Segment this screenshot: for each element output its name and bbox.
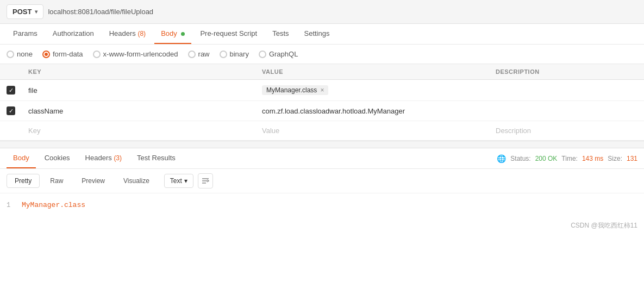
- code-value-1: MyManager.class: [22, 201, 85, 209]
- row1-check-cell: ✓: [0, 80, 22, 101]
- size-label: Size:: [608, 155, 622, 162]
- row1-checkbox[interactable]: ✓: [7, 86, 15, 95]
- tab-body[interactable]: Body: [154, 24, 191, 44]
- footer-brand: CSDN @我吃西红柿11: [0, 217, 644, 235]
- resp-headers-badge: (3): [114, 154, 122, 162]
- row1-value-cell: MyManager.class ×: [255, 80, 489, 101]
- row2-value-cell[interactable]: com.zf.load.classloadwar.hotload.MyManag…: [255, 101, 489, 121]
- response-status-area: 🌐 Status: 200 OK Time: 143 ms Size: 131: [497, 154, 637, 163]
- col-key-header: KEY: [22, 64, 255, 80]
- radio-circle-form-data: [42, 51, 50, 58]
- code-line-1: 1 MyManager.class: [0, 200, 644, 210]
- method-select[interactable]: POST ▾: [7, 4, 43, 19]
- body-active-dot: [181, 32, 185, 36]
- empty-desc-cell[interactable]: Description: [489, 121, 644, 141]
- resp-tab-body[interactable]: Body: [7, 148, 36, 168]
- params-table: KEY VALUE DESCRIPTION ✓ file MyManager.c…: [0, 64, 644, 141]
- headers-badge: (8): [137, 30, 146, 37]
- resp-tab-testresults[interactable]: Test Results: [130, 148, 182, 168]
- response-tabs-row: Body Cookies Headers (3) Test Results 🌐 …: [0, 148, 644, 169]
- resp-tab-cookies[interactable]: Cookies: [38, 148, 77, 168]
- text-type-dropdown[interactable]: Text ▾: [164, 174, 193, 188]
- globe-icon: 🌐: [497, 154, 506, 163]
- radio-circle-graphql: [259, 51, 266, 58]
- radio-circle-urlencoded: [93, 51, 101, 58]
- col-check-header: [0, 64, 22, 80]
- resp-tab-headers[interactable]: Headers (3): [79, 148, 128, 168]
- radio-circle-raw: [188, 51, 196, 58]
- method-chevron: ▾: [35, 9, 37, 15]
- status-value: 200 OK: [535, 155, 558, 162]
- empty-check-cell: [0, 121, 22, 141]
- col-desc-header: DESCRIPTION: [489, 64, 644, 80]
- row2-key-cell[interactable]: className: [22, 101, 255, 121]
- format-btn-pretty[interactable]: Pretty: [7, 174, 40, 188]
- file-tag: MyManager.class ×: [262, 85, 328, 95]
- radio-none[interactable]: none: [7, 50, 33, 58]
- row2-desc-cell[interactable]: [489, 101, 644, 121]
- body-type-row: none form-data x-www-form-urlencoded raw…: [0, 45, 644, 64]
- format-bar: Pretty Raw Preview Visualize Text ▾: [0, 169, 644, 193]
- table-row: ✓ className com.zf.load.classloadwar.hot…: [0, 101, 644, 121]
- row1-key-cell[interactable]: file: [22, 80, 255, 101]
- format-btn-raw[interactable]: Raw: [42, 174, 71, 188]
- status-label: Status:: [510, 155, 530, 162]
- wrap-button[interactable]: [198, 173, 213, 188]
- table-row: ✓ file MyManager.class ×: [0, 80, 644, 101]
- radio-circle-binary: [220, 51, 227, 58]
- text-dropdown-chevron: ▾: [184, 177, 187, 185]
- section-divider: [0, 141, 644, 148]
- size-value: 131: [627, 155, 637, 162]
- table-empty-row: Key Value Description: [0, 121, 644, 141]
- row2-check-cell: ✓: [0, 101, 22, 121]
- time-label: Time:: [561, 155, 578, 162]
- code-area: 1 MyManager.class: [0, 193, 644, 217]
- tab-tests[interactable]: Tests: [266, 24, 295, 44]
- empty-key-cell[interactable]: Key: [22, 121, 255, 141]
- radio-raw[interactable]: raw: [188, 50, 210, 58]
- tab-params[interactable]: Params: [7, 24, 44, 44]
- table-header-row: KEY VALUE DESCRIPTION: [0, 64, 644, 80]
- tab-prerequest[interactable]: Pre-request Script: [193, 24, 264, 44]
- format-btn-visualize[interactable]: Visualize: [115, 174, 158, 188]
- row2-checkbox[interactable]: ✓: [7, 106, 15, 115]
- url-bar: POST ▾: [0, 0, 644, 24]
- radio-binary[interactable]: binary: [220, 50, 249, 58]
- tab-headers[interactable]: Headers (8): [103, 24, 152, 44]
- col-value-header: VALUE: [255, 64, 489, 80]
- tab-settings[interactable]: Settings: [298, 24, 336, 44]
- radio-graphql[interactable]: GraphQL: [259, 50, 298, 58]
- request-tabs-row: Params Authorization Headers (8) Body Pr…: [0, 24, 644, 45]
- url-input[interactable]: [48, 8, 637, 16]
- format-btn-preview[interactable]: Preview: [73, 174, 113, 188]
- empty-value-cell[interactable]: Value: [255, 121, 489, 141]
- radio-urlencoded[interactable]: x-www-form-urlencoded: [93, 50, 178, 58]
- method-label: POST: [12, 8, 32, 16]
- line-number-1: 1: [7, 202, 22, 209]
- wrap-icon: [201, 177, 210, 185]
- time-value: 143 ms: [582, 155, 603, 162]
- radio-form-data[interactable]: form-data: [42, 50, 83, 58]
- tab-authorization[interactable]: Authorization: [46, 24, 101, 44]
- file-tag-close[interactable]: ×: [320, 86, 324, 94]
- radio-circle-none: [7, 51, 14, 58]
- row1-desc-cell[interactable]: [489, 80, 644, 101]
